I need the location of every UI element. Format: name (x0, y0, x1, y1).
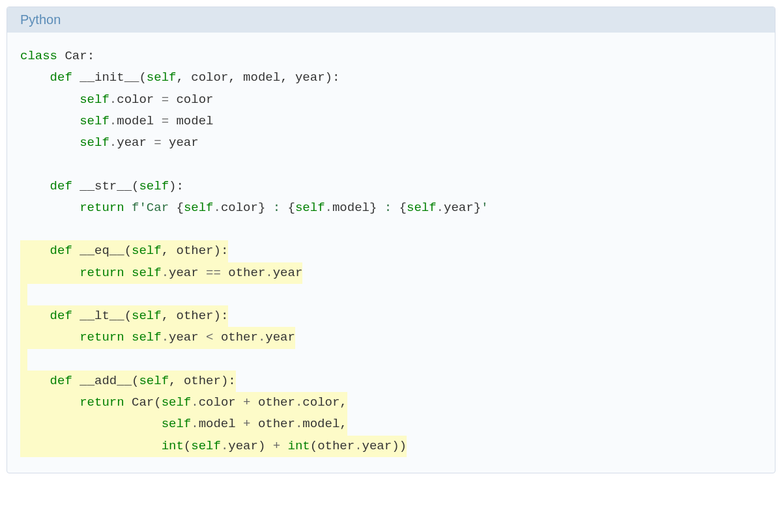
code-token: . (355, 439, 362, 453)
code-token (20, 417, 162, 431)
code-token: , (340, 417, 347, 431)
code-token: color (169, 92, 213, 107)
code-token: + (273, 439, 280, 453)
code-token: self (132, 244, 162, 258)
code-token: == (206, 266, 221, 280)
code-token: . (162, 266, 169, 280)
code-token (124, 201, 132, 215)
code-token: . (109, 114, 117, 128)
code-line: self.year = year (20, 132, 762, 154)
code-token: ): (169, 179, 184, 193)
code-token (20, 70, 50, 85)
code-token: color (302, 395, 340, 410)
code-token: other (250, 417, 295, 431)
code-token: . (221, 439, 228, 453)
highlighted-code (20, 284, 27, 305)
code-token (20, 309, 50, 323)
code-token: other (251, 395, 295, 410)
code-token (20, 395, 80, 410)
code-token (124, 330, 132, 344)
code-token: year (273, 266, 303, 280)
code-token: = (162, 92, 169, 107)
code-token: model (199, 417, 243, 431)
code-token: return (80, 330, 124, 344)
code-token: year (265, 330, 295, 344)
code-token (20, 201, 80, 215)
code-token: other (176, 244, 213, 258)
code-line: self.model + other.model, (20, 413, 762, 435)
code-token: ): (214, 309, 229, 323)
code-language-label: Python (7, 7, 775, 33)
code-token: year (169, 330, 206, 344)
code-token: ): (214, 244, 229, 258)
code-token (20, 330, 80, 344)
code-token: self (80, 135, 109, 150)
code-token: other (221, 266, 265, 280)
code-token (20, 244, 50, 258)
code-token: . (109, 92, 117, 107)
code-token: : (377, 201, 399, 215)
code-token: + (243, 417, 250, 431)
code-token (20, 439, 162, 453)
code-token: self (162, 395, 192, 410)
code-token: ' (481, 201, 488, 215)
code-token: model (117, 114, 161, 128)
code-token: class (20, 49, 57, 63)
code-token: . (295, 395, 302, 410)
code-token: . (265, 266, 272, 280)
code-token: year (295, 70, 325, 85)
code-token: self (295, 201, 325, 215)
code-token: def (50, 309, 72, 323)
code-token: . (325, 201, 332, 215)
highlighted-code: return self.year == other.year (20, 262, 302, 284)
code-token: { (399, 201, 407, 215)
code-token: __eq__ (72, 244, 124, 258)
code-token: other (184, 374, 221, 388)
code-token (20, 92, 80, 107)
code-token (20, 135, 80, 150)
code-token: model (332, 201, 369, 215)
code-token: self (132, 330, 162, 344)
code-token: , (162, 244, 177, 258)
code-token: { (288, 201, 295, 215)
code-token: color (199, 395, 243, 410)
code-line: return Car(self.color + other.color, (20, 392, 762, 413)
code-token: return (80, 395, 124, 410)
code-line (20, 219, 762, 240)
code-token: self (80, 114, 109, 128)
code-token: def (50, 70, 72, 85)
code-token: self (162, 417, 192, 431)
code-token: ( (124, 244, 132, 258)
code-token: self (191, 439, 221, 453)
highlighted-code: int(self.year) + int(other.year)) (20, 436, 407, 457)
code-token: ( (124, 309, 132, 323)
code-line: return self.year < other.year (20, 327, 762, 348)
code-line: def __lt__(self, other): (20, 305, 762, 327)
code-token: . (191, 417, 198, 431)
code-token: Car (124, 395, 154, 410)
highlighted-code: self.model + other.model, (20, 413, 347, 435)
code-token: return (80, 201, 124, 215)
code-token: year (444, 201, 474, 215)
code-line: class Car: (20, 46, 762, 67)
code-token: self (407, 201, 437, 215)
code-token: } (474, 201, 481, 215)
code-token: color (191, 70, 228, 85)
code-token: int (162, 439, 184, 453)
code-token: < (206, 330, 213, 344)
code-token: = (154, 135, 161, 150)
code-token: . (258, 330, 265, 344)
highlighted-code: return self.year < other.year (20, 327, 295, 348)
code-token: ( (184, 439, 191, 453)
code-token: self (139, 374, 169, 388)
code-token: other (213, 330, 257, 344)
code-line: self.model = model (20, 111, 762, 132)
code-token: ( (310, 439, 317, 453)
code-token: __add__ (72, 374, 132, 388)
code-token: . (191, 395, 198, 410)
code-token: } (258, 201, 265, 215)
code-token: self (184, 201, 214, 215)
highlighted-code: def __eq__(self, other): (20, 240, 228, 262)
code-token: ( (132, 374, 139, 388)
code-token: : (265, 201, 287, 215)
